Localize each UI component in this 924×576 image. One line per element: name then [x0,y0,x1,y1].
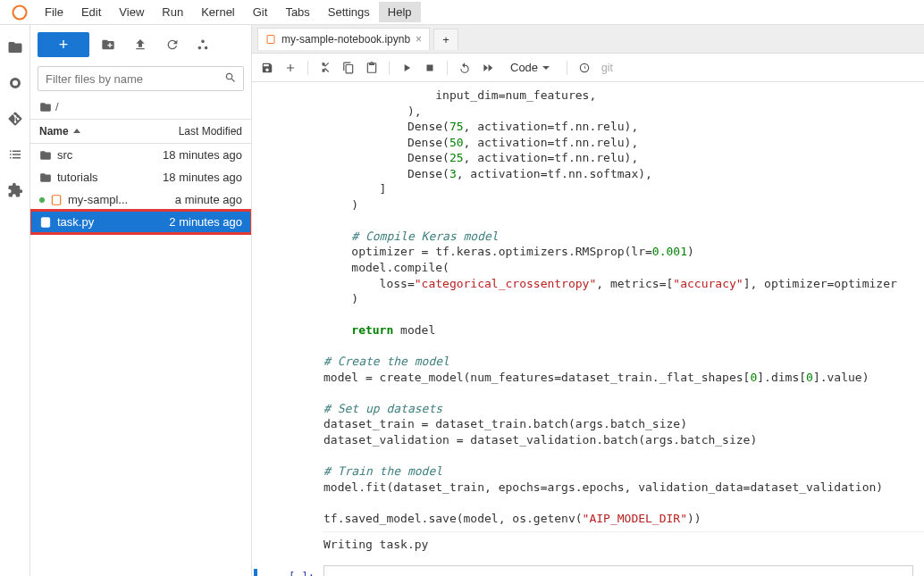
main-area: my-sample-notebook.ipynb × + Cod [252,25,924,576]
breadcrumb[interactable]: / [30,95,251,119]
restart-icon[interactable] [458,62,471,74]
svg-point-1 [11,79,19,88]
cut-icon[interactable] [319,62,332,74]
file-name: src [57,148,72,162]
menu-run[interactable]: Run [153,2,192,22]
copy-icon[interactable] [342,62,355,74]
svg-point-3 [198,46,202,50]
folder-icon [39,101,52,113]
empty-cell-input[interactable] [323,565,913,576]
menu-file[interactable]: File [36,2,72,22]
menu-edit[interactable]: Edit [72,2,110,22]
chevron-down-icon [542,63,550,72]
svg-rect-5 [52,195,60,205]
menu-kernel[interactable]: Kernel [192,2,244,22]
input-prompt: [ ]: [289,565,315,576]
breadcrumb-root: / [55,100,59,113]
sort-up-icon [72,127,81,136]
svg-point-2 [201,40,205,44]
column-modified[interactable]: Last Modified [179,125,242,138]
svg-point-0 [13,5,27,19]
cell-type-select[interactable]: Code [505,59,556,76]
column-name[interactable]: Name [39,125,81,138]
folder-icon [39,149,52,162]
tab-label: my-sample-notebook.ipynb [281,33,410,46]
jupyter-logo-icon [11,4,29,21]
search-icon [224,71,237,84]
file-filter-input[interactable] [38,66,244,91]
save-icon[interactable] [261,62,273,74]
notebook-icon [265,34,276,45]
menubar: FileEditViewRunKernelGitTabsSettingsHelp [0,0,924,25]
kernel-status-icon[interactable] [578,62,591,74]
run-icon[interactable] [400,62,413,74]
refresh-icon[interactable] [165,38,180,52]
active-cell-indicator [254,569,257,576]
file-modified: 18 minutes ago [163,148,242,162]
add-tab-button[interactable]: + [433,29,458,50]
notebook-icon [50,194,63,206]
file-name: tutorials [57,171,98,184]
svg-rect-6 [41,217,49,227]
folder-icon [39,171,52,184]
svg-rect-7 [267,36,274,44]
file-browser-sidebar: + / Name Last Modified src18 minutes ago… [30,25,252,576]
stop-icon[interactable] [424,62,436,74]
file-browser-toolbar: + [30,25,251,63]
close-icon[interactable]: × [416,33,422,46]
file-name: my-sampl... [68,193,128,206]
python-icon [39,216,52,229]
menu-settings[interactable]: Settings [319,2,379,22]
file-row[interactable]: tutorials18 minutes ago [30,166,251,188]
folder-icon[interactable] [7,39,23,55]
extensions-icon[interactable] [7,182,23,198]
new-folder-icon[interactable] [101,38,115,52]
menu-tabs[interactable]: Tabs [276,2,318,22]
file-row[interactable]: my-sampl...a minute ago [30,188,251,211]
code-cell[interactable]: input_dim=num_features, ), Dense(75, act… [252,88,924,556]
new-launcher-button[interactable]: + [38,32,89,57]
code-content: input_dim=num_features, ), Dense(75, act… [323,88,924,531]
paste-icon[interactable] [365,62,378,74]
file-modified: a minute ago [175,193,242,206]
file-row[interactable]: task.py2 minutes ago [30,211,251,233]
toc-icon[interactable] [7,146,23,163]
file-row[interactable]: src18 minutes ago [30,144,251,166]
running-icon[interactable] [7,75,23,91]
tab-notebook[interactable]: my-sample-notebook.ipynb × [257,28,430,50]
notebook-toolbar: Code git [252,54,924,82]
activity-bar [0,25,30,576]
menu-view[interactable]: View [110,2,153,22]
file-list-header: Name Last Modified [30,119,251,144]
file-filter [38,66,244,91]
svg-point-4 [205,46,208,50]
cell-output: Writing task.py [323,531,924,556]
file-name: task.py [57,215,94,229]
git-icon[interactable] [7,111,23,127]
restart-run-all-icon[interactable] [482,62,494,74]
git-action-icon[interactable] [197,39,208,50]
git-label[interactable]: git [601,62,613,74]
file-list: src18 minutes agotutorials18 minutes ago… [30,144,251,576]
menu-git[interactable]: Git [244,2,277,22]
empty-cell[interactable]: [ ]: [252,565,924,576]
insert-cell-icon[interactable] [284,62,297,74]
file-modified: 2 minutes ago [169,215,242,229]
file-modified: 18 minutes ago [163,171,242,184]
upload-icon[interactable] [133,38,147,52]
notebook-body: input_dim=num_features, ), Dense(75, act… [252,82,924,576]
tab-bar: my-sample-notebook.ipynb × + [252,25,924,54]
menu-help[interactable]: Help [379,2,421,22]
